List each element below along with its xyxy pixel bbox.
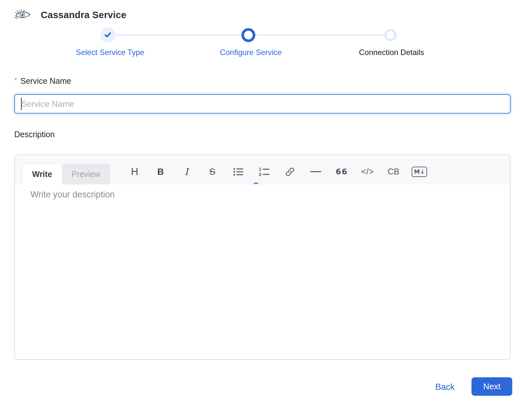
code-block-button[interactable]: CB	[381, 162, 406, 182]
quote-button[interactable]: 66	[329, 162, 355, 182]
heading-icon: H	[131, 166, 138, 178]
ordered-list-icon: 1 2	[259, 167, 270, 177]
markdown-icon: M↓	[412, 167, 427, 177]
description-placeholder: Write your description	[30, 190, 115, 200]
bold-button[interactable]: B	[148, 162, 173, 182]
strikethrough-button[interactable]: S	[199, 162, 225, 182]
step-upcoming-indicator	[384, 29, 396, 41]
code-block-icon: CB	[388, 167, 399, 177]
check-icon	[104, 32, 112, 38]
link-button[interactable]	[277, 162, 303, 182]
svg-text:2: 2	[259, 172, 261, 177]
heading-button[interactable]: H	[122, 162, 148, 182]
italic-button[interactable]: I	[173, 162, 199, 182]
page-header: Cassandra Service	[14, 6, 127, 23]
horizontal-rule-button[interactable]	[303, 162, 329, 182]
bold-icon: B	[157, 167, 164, 177]
page-title: Cassandra Service	[41, 10, 127, 20]
tab-write[interactable]: Write	[22, 164, 62, 184]
next-button[interactable]: Next	[471, 377, 512, 396]
markdown-guide-button[interactable]: M↓	[406, 162, 432, 182]
service-name-label: *Service Name	[14, 76, 71, 86]
step-label-configure-service: Configure Service	[202, 48, 299, 57]
horizontal-rule-icon	[310, 171, 321, 172]
text-cursor	[21, 98, 22, 110]
cassandra-eye-icon	[14, 9, 32, 21]
editor-toolbar: Write Preview H B I S	[15, 155, 510, 184]
step-completed-indicator	[100, 27, 116, 43]
step-label-connection-details: Connection Details	[343, 48, 440, 57]
editor-tabs: Write Preview	[22, 164, 110, 184]
description-textarea[interactable]: Write your description	[15, 184, 510, 359]
italic-icon: I	[184, 166, 188, 177]
code-button[interactable]: </>	[355, 162, 381, 182]
svg-text:1: 1	[259, 167, 261, 172]
code-icon: </>	[361, 167, 374, 176]
step-current-indicator	[241, 28, 255, 42]
quote-icon: 66	[336, 167, 348, 176]
unordered-list-button[interactable]	[225, 162, 251, 182]
description-markdown-editor: Write Preview H B I S	[14, 154, 511, 360]
back-button[interactable]: Back	[430, 382, 460, 392]
formatting-toolbar: H B I S	[122, 157, 432, 186]
step-label-select-service-type: Select Service Type	[61, 48, 159, 57]
link-icon	[284, 166, 295, 177]
ordered-list-button[interactable]: 1 2	[251, 162, 277, 182]
required-asterisk: *	[14, 76, 17, 85]
description-label: Description	[14, 130, 55, 139]
strikethrough-icon: S	[209, 167, 216, 177]
tooltip-caret	[254, 182, 258, 184]
tab-preview[interactable]: Preview	[62, 164, 110, 184]
unordered-list-icon	[233, 168, 243, 176]
service-wizard-page: Cassandra Service Select Service Type Co…	[0, 0, 532, 420]
service-name-input[interactable]	[14, 94, 511, 114]
